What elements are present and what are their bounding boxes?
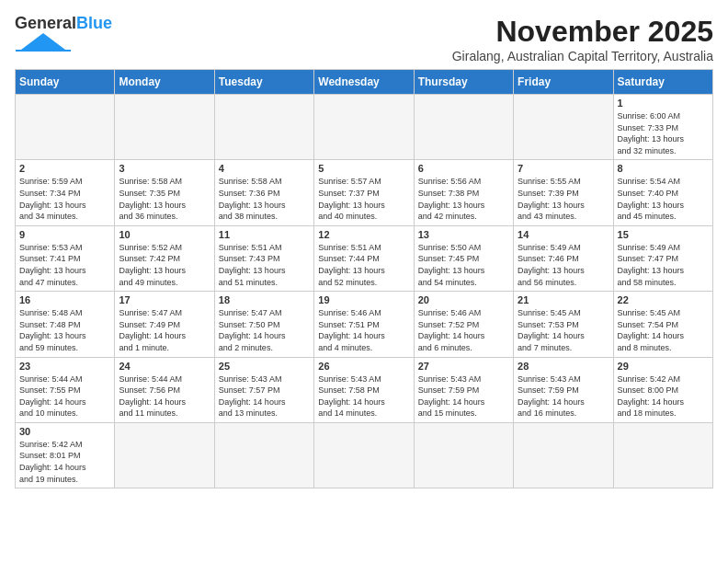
- day-info: Sunrise: 5:48 AM Sunset: 7:48 PM Dayligh…: [19, 307, 110, 353]
- logo-text-blue: Blue: [76, 15, 112, 31]
- day-number: 30: [19, 426, 110, 437]
- day-info: Sunrise: 5:51 AM Sunset: 7:43 PM Dayligh…: [219, 242, 310, 288]
- calendar-week-3: 16Sunrise: 5:48 AM Sunset: 7:48 PM Dayli…: [16, 292, 713, 357]
- calendar-day-5-3: [314, 422, 414, 488]
- day-info: Sunrise: 5:45 AM Sunset: 7:54 PM Dayligh…: [618, 307, 709, 353]
- logo: General Blue: [15, 15, 112, 52]
- calendar-day-0-2: [214, 95, 313, 160]
- calendar-day-4-1: 24Sunrise: 5:44 AM Sunset: 7:56 PM Dayli…: [115, 357, 214, 422]
- svg-rect-1: [16, 50, 71, 52]
- header-monday: Monday: [115, 70, 214, 95]
- day-number: 17: [119, 294, 210, 305]
- calendar-day-1-4: 6Sunrise: 5:56 AM Sunset: 7:38 PM Daylig…: [414, 160, 513, 225]
- day-number: 28: [518, 361, 609, 372]
- day-number: 5: [318, 163, 409, 174]
- calendar-day-3-4: 20Sunrise: 5:46 AM Sunset: 7:52 PM Dayli…: [414, 292, 513, 357]
- header-friday: Friday: [514, 70, 613, 95]
- day-number: 24: [119, 361, 210, 372]
- calendar-day-4-6: 29Sunrise: 5:42 AM Sunset: 8:00 PM Dayli…: [613, 357, 712, 422]
- calendar-week-2: 9Sunrise: 5:53 AM Sunset: 7:41 PM Daylig…: [16, 225, 713, 291]
- day-info: Sunrise: 5:58 AM Sunset: 7:35 PM Dayligh…: [119, 176, 210, 222]
- calendar-day-2-6: 15Sunrise: 5:49 AM Sunset: 7:47 PM Dayli…: [613, 225, 712, 291]
- day-info: Sunrise: 5:49 AM Sunset: 7:46 PM Dayligh…: [518, 242, 609, 288]
- day-info: Sunrise: 5:53 AM Sunset: 7:41 PM Dayligh…: [19, 242, 110, 288]
- day-info: Sunrise: 5:46 AM Sunset: 7:51 PM Dayligh…: [318, 307, 409, 353]
- day-number: 14: [518, 229, 609, 240]
- day-info: Sunrise: 5:59 AM Sunset: 7:34 PM Dayligh…: [19, 176, 110, 222]
- calendar-week-0: 1Sunrise: 6:00 AM Sunset: 7:33 PM Daylig…: [16, 95, 713, 160]
- logo-text-general: General: [15, 15, 76, 31]
- calendar-day-4-5: 28Sunrise: 5:43 AM Sunset: 7:59 PM Dayli…: [514, 357, 613, 422]
- day-number: 1: [618, 98, 709, 109]
- calendar-day-2-0: 9Sunrise: 5:53 AM Sunset: 7:41 PM Daylig…: [16, 225, 115, 291]
- svg-marker-0: [21, 33, 65, 50]
- calendar-day-3-6: 22Sunrise: 5:45 AM Sunset: 7:54 PM Dayli…: [613, 292, 712, 357]
- calendar-day-3-2: 18Sunrise: 5:47 AM Sunset: 7:50 PM Dayli…: [214, 292, 313, 357]
- calendar-week-1: 2Sunrise: 5:59 AM Sunset: 7:34 PM Daylig…: [16, 160, 713, 225]
- day-number: 9: [19, 229, 110, 240]
- calendar-day-0-5: [514, 95, 613, 160]
- day-number: 3: [119, 163, 210, 174]
- calendar-day-3-0: 16Sunrise: 5:48 AM Sunset: 7:48 PM Dayli…: [16, 292, 115, 357]
- header-wednesday: Wednesday: [314, 70, 414, 95]
- calendar-day-4-4: 27Sunrise: 5:43 AM Sunset: 7:59 PM Dayli…: [414, 357, 513, 422]
- calendar-day-2-3: 12Sunrise: 5:51 AM Sunset: 7:44 PM Dayli…: [314, 225, 414, 291]
- header-tuesday: Tuesday: [214, 70, 313, 95]
- day-number: 10: [119, 229, 210, 240]
- day-info: Sunrise: 5:46 AM Sunset: 7:52 PM Dayligh…: [418, 307, 509, 353]
- calendar-day-2-4: 13Sunrise: 5:50 AM Sunset: 7:45 PM Dayli…: [414, 225, 513, 291]
- day-number: 16: [19, 294, 110, 305]
- calendar-day-2-5: 14Sunrise: 5:49 AM Sunset: 7:46 PM Dayli…: [514, 225, 613, 291]
- calendar-day-0-6: 1Sunrise: 6:00 AM Sunset: 7:33 PM Daylig…: [613, 95, 712, 160]
- day-number: 26: [318, 361, 409, 372]
- day-number: 25: [219, 361, 310, 372]
- header-sunday: Sunday: [16, 70, 115, 95]
- day-info: Sunrise: 5:58 AM Sunset: 7:36 PM Dayligh…: [219, 176, 310, 222]
- calendar-day-5-2: [214, 422, 313, 488]
- day-number: 13: [418, 229, 509, 240]
- calendar-day-3-1: 17Sunrise: 5:47 AM Sunset: 7:49 PM Dayli…: [115, 292, 214, 357]
- day-number: 23: [19, 361, 110, 372]
- calendar-day-5-5: [514, 422, 613, 488]
- day-info: Sunrise: 5:57 AM Sunset: 7:37 PM Dayligh…: [318, 176, 409, 222]
- calendar-day-5-1: [115, 422, 214, 488]
- calendar-day-1-3: 5Sunrise: 5:57 AM Sunset: 7:37 PM Daylig…: [314, 160, 414, 225]
- header-thursday: Thursday: [414, 70, 513, 95]
- day-number: 11: [219, 229, 310, 240]
- day-number: 7: [518, 163, 609, 174]
- day-info: Sunrise: 5:52 AM Sunset: 7:42 PM Dayligh…: [119, 242, 210, 288]
- logo-icon: [15, 31, 72, 52]
- calendar-day-0-3: [314, 95, 414, 160]
- day-number: 22: [618, 294, 709, 305]
- calendar-day-2-1: 10Sunrise: 5:52 AM Sunset: 7:42 PM Dayli…: [115, 225, 214, 291]
- day-number: 12: [318, 229, 409, 240]
- calendar-day-1-0: 2Sunrise: 5:59 AM Sunset: 7:34 PM Daylig…: [16, 160, 115, 225]
- calendar-day-3-5: 21Sunrise: 5:45 AM Sunset: 7:53 PM Dayli…: [514, 292, 613, 357]
- title-block: November 2025 Giralang, Australian Capit…: [452, 15, 713, 63]
- calendar-day-2-2: 11Sunrise: 5:51 AM Sunset: 7:43 PM Dayli…: [214, 225, 313, 291]
- calendar-day-3-3: 19Sunrise: 5:46 AM Sunset: 7:51 PM Dayli…: [314, 292, 414, 357]
- calendar-day-1-2: 4Sunrise: 5:58 AM Sunset: 7:36 PM Daylig…: [214, 160, 313, 225]
- day-number: 19: [318, 294, 409, 305]
- day-number: 18: [219, 294, 310, 305]
- calendar-table: SundayMondayTuesdayWednesdayThursdayFrid…: [15, 69, 713, 488]
- day-number: 6: [418, 163, 509, 174]
- day-info: Sunrise: 5:42 AM Sunset: 8:00 PM Dayligh…: [618, 373, 709, 419]
- calendar-week-4: 23Sunrise: 5:44 AM Sunset: 7:55 PM Dayli…: [16, 357, 713, 422]
- header-saturday: Saturday: [613, 70, 712, 95]
- calendar-day-5-4: [414, 422, 513, 488]
- calendar-day-5-6: [613, 422, 712, 488]
- calendar-header-row: SundayMondayTuesdayWednesdayThursdayFrid…: [16, 70, 713, 95]
- day-number: 2: [19, 163, 110, 174]
- calendar-day-5-0: 30Sunrise: 5:42 AM Sunset: 8:01 PM Dayli…: [16, 422, 115, 488]
- calendar-day-0-0: [16, 95, 115, 160]
- calendar-day-1-5: 7Sunrise: 5:55 AM Sunset: 7:39 PM Daylig…: [514, 160, 613, 225]
- day-info: Sunrise: 5:54 AM Sunset: 7:40 PM Dayligh…: [618, 176, 709, 222]
- location-subtitle: Giralang, Australian Capital Territory, …: [452, 49, 713, 63]
- day-info: Sunrise: 6:00 AM Sunset: 7:33 PM Dayligh…: [618, 110, 709, 156]
- day-info: Sunrise: 5:44 AM Sunset: 7:56 PM Dayligh…: [119, 373, 210, 419]
- day-number: 27: [418, 361, 509, 372]
- day-number: 21: [518, 294, 609, 305]
- day-info: Sunrise: 5:55 AM Sunset: 7:39 PM Dayligh…: [518, 176, 609, 222]
- day-info: Sunrise: 5:43 AM Sunset: 7:59 PM Dayligh…: [418, 373, 509, 419]
